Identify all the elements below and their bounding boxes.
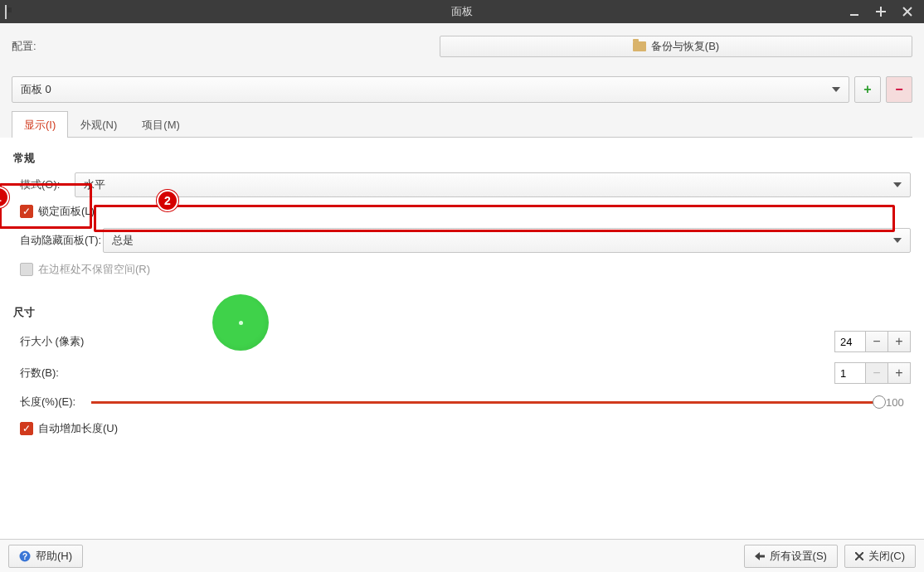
auto-increase-label: 自动增加长度(U) (38, 421, 118, 436)
annotation-cursor-marker (212, 294, 269, 351)
folder-icon (633, 41, 646, 51)
section-size-title: 尺寸 (13, 305, 911, 320)
row-size-spinbox: − + (834, 331, 911, 352)
reserve-space-checkbox (20, 263, 33, 276)
minimize-button[interactable] (841, 0, 868, 23)
row-size-input[interactable] (834, 331, 866, 352)
help-label: 帮助(H) (36, 549, 72, 564)
row-size-label: 行大小 (像素) (20, 334, 834, 349)
mode-value: 水平 (84, 177, 105, 192)
svg-text:?: ? (22, 552, 27, 561)
length-value: 100 (886, 396, 911, 409)
remove-panel-button[interactable]: − (886, 76, 912, 103)
reserve-space-label: 在边框处不保留空间(R) (38, 262, 150, 277)
backup-restore-label: 备份与恢复(B) (651, 39, 719, 54)
window-title: 面板 (0, 4, 924, 19)
all-settings-button[interactable]: 所有设置(S) (744, 545, 838, 568)
mode-select[interactable]: 水平 (75, 172, 911, 197)
length-slider-thumb[interactable] (873, 395, 886, 409)
mode-label: 模式(O): (20, 177, 75, 192)
help-icon: ? (19, 550, 31, 562)
arrow-left-icon (755, 552, 765, 560)
bottom-bar: ? 帮助(H) 所有设置(S) 关闭(C) (0, 539, 924, 572)
svg-marker-6 (893, 182, 902, 187)
svg-marker-7 (893, 238, 902, 243)
help-button[interactable]: ? 帮助(H) (8, 545, 83, 568)
title-bar: 面板 (0, 0, 924, 23)
annotation-badge-1: 1 (0, 187, 9, 208)
lock-panel-label: 锁定面板(L) (38, 204, 95, 219)
autohide-label: 自动隐藏面板(T): (20, 233, 103, 248)
panel-select-value: 面板 0 (21, 82, 51, 97)
add-panel-button[interactable]: + (854, 76, 881, 103)
length-label: 长度(%)(E): (20, 395, 85, 410)
all-settings-label: 所有设置(S) (770, 549, 827, 564)
rows-spinbox: − + (834, 362, 911, 384)
close-dialog-button[interactable]: 关闭(C) (844, 545, 916, 568)
tab-items[interactable]: 项目(M) (129, 111, 192, 138)
rows-input[interactable] (834, 362, 866, 384)
autohide-select[interactable]: 总是 (103, 228, 911, 253)
length-slider[interactable] (91, 394, 879, 410)
svg-rect-0 (850, 14, 858, 16)
auto-increase-checkbox[interactable] (20, 422, 33, 435)
svg-marker-5 (832, 87, 840, 92)
row-size-decrease[interactable]: − (865, 331, 888, 352)
lock-panel-checkbox[interactable] (20, 205, 33, 218)
row-size-increase[interactable]: + (888, 331, 911, 352)
autohide-value: 总是 (112, 233, 134, 248)
close-dialog-label: 关闭(C) (868, 549, 905, 564)
tab-display[interactable]: 显示(I) (12, 111, 68, 138)
tab-page-display: 常规 模式(O): 水平 锁定面板(L) 自动隐藏面板(T): 总是 (0, 138, 924, 539)
tab-appearance[interactable]: 外观(N) (68, 111, 129, 138)
close-icon (855, 552, 863, 560)
config-label: 配置: (12, 39, 36, 54)
rows-increase[interactable]: + (888, 362, 911, 384)
svg-rect-11 (759, 555, 765, 557)
annotation-badge-2: 2 (157, 190, 178, 211)
tabs: 显示(I) 外观(N) 项目(M) (12, 111, 912, 138)
rows-decrease: − (865, 362, 888, 384)
close-button[interactable] (894, 0, 921, 23)
chevron-down-icon (893, 182, 902, 187)
chevron-down-icon (832, 87, 840, 92)
rows-label: 行数(B): (20, 366, 834, 381)
maximize-button[interactable] (868, 0, 894, 23)
section-general-title: 常规 (13, 151, 911, 166)
backup-restore-button[interactable]: 备份与恢复(B) (440, 36, 912, 57)
app-icon (5, 6, 22, 17)
panel-select[interactable]: 面板 0 (12, 76, 849, 103)
chevron-down-icon (893, 238, 902, 243)
